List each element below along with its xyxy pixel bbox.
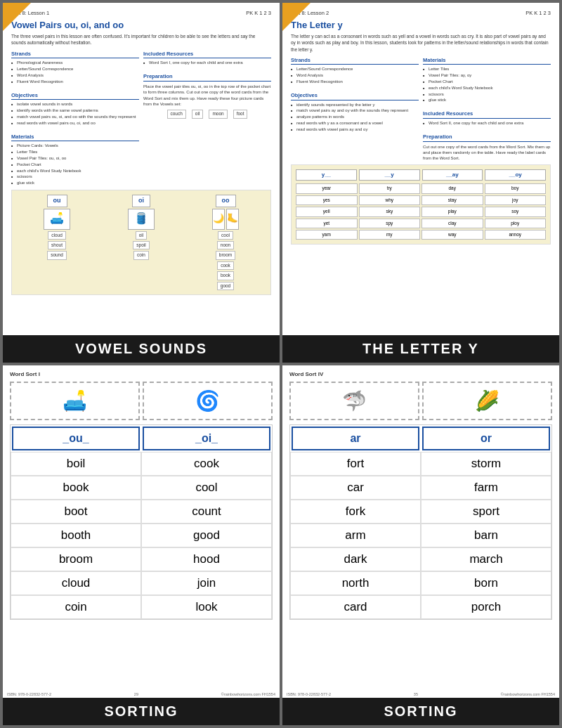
- isbn-2: ISBN: 978-0-22832-577-2: [287, 692, 331, 696]
- sort-table-1: _ou_ _oi_ boil cook book cool boot count…: [10, 424, 273, 620]
- left-col-1: Strands Phonological Awareness Letter/So…: [11, 51, 139, 187]
- word-foot: foot: [233, 110, 248, 118]
- ou-word3: sound: [47, 251, 67, 259]
- y-cell: sky: [359, 207, 421, 216]
- oi-word2: spoil: [133, 241, 149, 249]
- vowel-ou: ou 🛋️ cloud shout sound: [16, 195, 98, 290]
- strands-title-2: Strands: [291, 57, 419, 65]
- oo-word4: cook: [217, 261, 234, 270]
- prep-text-2: Cut out one copy of the word cards from …: [423, 144, 551, 162]
- sort-table-2: ar or fort storm car farm fork sport arm…: [289, 424, 552, 620]
- col-header-ar: ar: [292, 427, 419, 450]
- sort-cell: card: [290, 595, 421, 619]
- sort-images-2: 🦈 🌽: [289, 382, 552, 420]
- oi-pic: 🛢️: [128, 209, 155, 230]
- mat-item: each child's Word Study Notebook: [423, 86, 551, 91]
- resources-title-1: Included Resources: [143, 51, 271, 59]
- strand-item: Fluent Word Recognition: [11, 79, 139, 85]
- mat-item: Picture Cards: Vowels: [11, 143, 139, 149]
- unit-grade-1: Unit 8: Lesson 1 PK K 1 2 3: [11, 10, 271, 17]
- resource-item: Word Sort II, one copy for each child an…: [423, 121, 551, 126]
- mat-item: Letter Tiles: [11, 150, 139, 155]
- sort-banner-2: SORTING: [282, 698, 559, 725]
- mat-item: Pocket Chart: [423, 79, 551, 85]
- objectives-list-1: isolate vowel sounds in words identify w…: [11, 102, 139, 126]
- obj-item: read words with y as a consonant and a v…: [291, 121, 419, 126]
- y-cell: yam: [296, 230, 358, 240]
- mat-item: Letter Tiles: [423, 67, 551, 72]
- obj-item: read words with vowel pairs ou, oi, and …: [11, 121, 139, 126]
- prep-title-1: Preparation: [143, 73, 271, 82]
- left-col-2: Strands Letter/Sound Correspondence Word…: [291, 57, 419, 162]
- lesson-banner-1: VOWEL SOUNDS: [3, 335, 280, 363]
- ou-tile: ou: [47, 195, 67, 207]
- y-cell: stay: [422, 195, 483, 205]
- oo-pic2: 🦶: [226, 209, 239, 230]
- obj-item: read words with vowel pairs ay and oy: [291, 127, 419, 133]
- sort-content-1: Word Sort I 🛋️ 🌀 _ou_ _oi_ boil cook boo…: [3, 365, 280, 691]
- y-header-4: __oy: [485, 169, 546, 181]
- sort-cell: coin: [11, 595, 141, 619]
- copyright-1: ©rainbowhorizons.com FH1554: [221, 692, 275, 696]
- lesson-title-1: Vowel Pairs ou, oi, and oo: [11, 20, 271, 31]
- strands-title-1: Strands: [11, 51, 139, 59]
- strand-item: Letter/Sound Correspondence: [11, 67, 139, 72]
- sort-panel-1: Word Sort I 🛋️ 🌀 _ou_ _oi_ boil cook boo…: [3, 365, 280, 725]
- y-cell: joy: [485, 195, 547, 205]
- sort-cell: march: [421, 547, 551, 571]
- strand-item: Phonological Awareness: [11, 60, 139, 66]
- right-col-2: Materials Letter Tiles Vowel Pair Tiles:…: [423, 57, 551, 162]
- sort-title-2: Word Sort IV: [289, 371, 552, 377]
- sort-panel-2: Word Sort IV 🦈 🌽 ar or fort storm car fa…: [282, 365, 559, 725]
- oo-pic1: 🌙: [212, 209, 225, 230]
- isbn-1: ISBN: 978-0-22832-577-2: [7, 692, 51, 696]
- vowel-groups: ou 🛋️ cloud shout sound oi 🛢️ oil spoil …: [16, 195, 266, 290]
- sort-cell: arm: [290, 524, 421, 547]
- col-header-or: or: [422, 427, 550, 450]
- oi-word3: coin: [133, 251, 149, 259]
- mat-item: Pocket Chart: [11, 162, 139, 168]
- y-cell: why: [359, 195, 421, 205]
- lesson-banner-2: THE LETTER Y: [282, 335, 559, 363]
- sort-banner-1: SORTING: [3, 698, 280, 725]
- grade-label-1: PK K 1 2 3: [246, 10, 271, 17]
- oo-word1: cool: [218, 231, 233, 240]
- page-1: 29: [134, 692, 138, 696]
- y-cell: yes: [296, 195, 358, 205]
- sort-cell: sport: [421, 500, 551, 524]
- lesson-desc-2: The letter y can act as a consonant in w…: [291, 33, 551, 52]
- objectives-list-2: identify sounds represented by the lette…: [291, 103, 419, 133]
- sort-cell: cloud: [11, 571, 141, 595]
- y-cell: annoy: [485, 230, 547, 240]
- sort-cell: storm: [421, 452, 551, 476]
- sort-image-corn: 🌽: [422, 382, 552, 420]
- lesson-panel-1: Unit 8: Lesson 1 PK K 1 2 3 Vowel Pairs …: [3, 3, 280, 363]
- y-header-3: __ay: [422, 169, 483, 181]
- sort-cell: hood: [141, 547, 272, 571]
- strands-list-2: Letter/Sound Correspondence Word Analysi…: [291, 67, 419, 84]
- y-cell: spy: [359, 219, 421, 228]
- oo-word5: book: [217, 271, 234, 280]
- ou-word1: cloud: [48, 231, 66, 240]
- sort-cell: fort: [290, 452, 421, 476]
- mat-item: scissors: [423, 92, 551, 98]
- vowel-oo: oo 🌙 🦶 cool noon broom cook book good: [185, 195, 266, 290]
- lesson-desc-1: The three vowel pairs in this lesson are…: [11, 33, 271, 46]
- sort-cell: join: [141, 571, 272, 595]
- mat-item: each child's Word Study Notebook: [11, 169, 139, 174]
- sort-cell: good: [141, 524, 272, 547]
- sort-image-swirl: 🌀: [143, 382, 273, 420]
- unit-grade-2: Unit 8: Lesson 2 PK K 1 2 3: [291, 10, 551, 17]
- lesson-content-1: Unit 8: Lesson 1 PK K 1 2 3 Vowel Pairs …: [3, 3, 280, 335]
- y-cell: my: [359, 230, 421, 240]
- strand-item: Fluent Word Recognition: [291, 79, 419, 85]
- y-cell: soy: [485, 207, 547, 216]
- preview-words-1: couch oil moon foot: [143, 110, 271, 118]
- lesson-cols-2: Strands Letter/Sound Correspondence Word…: [291, 57, 551, 162]
- y-header-2: __y: [359, 169, 420, 181]
- word-moon: moon: [209, 110, 227, 118]
- sort-cell: car: [290, 476, 421, 500]
- lesson-title-2: The Letter y: [291, 20, 551, 31]
- obj-item: match vowel pairs ou, oi, and oo with th…: [11, 115, 139, 120]
- col-header-oi: _oi_: [143, 427, 270, 450]
